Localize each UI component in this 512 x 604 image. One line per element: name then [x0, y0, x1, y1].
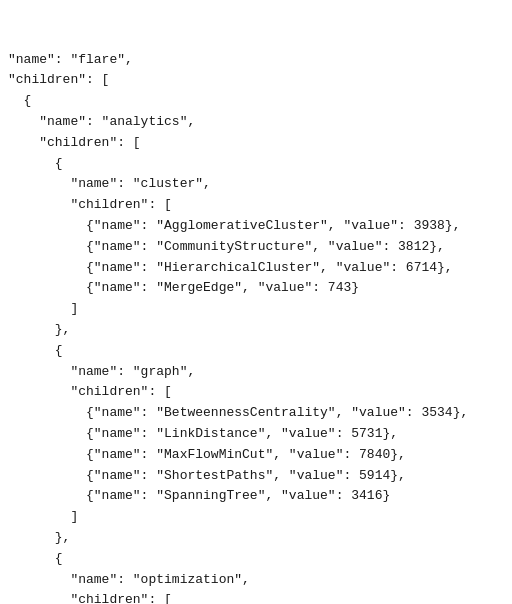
code-line: {"name": "SpanningTree", "value": 3416} — [8, 486, 504, 507]
code-line: "children": [ — [8, 70, 504, 91]
code-line: }, — [8, 320, 504, 341]
code-line: "name": "cluster", — [8, 174, 504, 195]
code-line: { — [8, 91, 504, 112]
code-line: "name": "flare", — [8, 50, 504, 71]
code-line: ] — [8, 507, 504, 528]
code-line: "name": "analytics", — [8, 112, 504, 133]
code-line: {"name": "CommunityStructure", "value": … — [8, 237, 504, 258]
json-code-block: "name": "flare","children": [ { "name": … — [8, 8, 504, 604]
code-line: "children": [ — [8, 195, 504, 216]
code-line: "children": [ — [8, 382, 504, 403]
code-line: "name": "optimization", — [8, 570, 504, 591]
code-line: {"name": "MaxFlowMinCut", "value": 7840}… — [8, 445, 504, 466]
code-line: {"name": "AgglomerativeCluster", "value"… — [8, 216, 504, 237]
code-line: { — [8, 341, 504, 362]
code-line: {"name": "HierarchicalCluster", "value":… — [8, 258, 504, 279]
code-line: {"name": "LinkDistance", "value": 5731}, — [8, 424, 504, 445]
code-line: { — [8, 549, 504, 570]
code-line: }, — [8, 528, 504, 549]
code-line: {"name": "BetweennessCentrality", "value… — [8, 403, 504, 424]
code-line: { — [8, 154, 504, 175]
code-line: ] — [8, 299, 504, 320]
code-line: "children": [ — [8, 133, 504, 154]
code-line: "name": "graph", — [8, 362, 504, 383]
code-line: "children": [ — [8, 590, 504, 604]
code-line: {"name": "ShortestPaths", "value": 5914}… — [8, 466, 504, 487]
code-line: {"name": "MergeEdge", "value": 743} — [8, 278, 504, 299]
